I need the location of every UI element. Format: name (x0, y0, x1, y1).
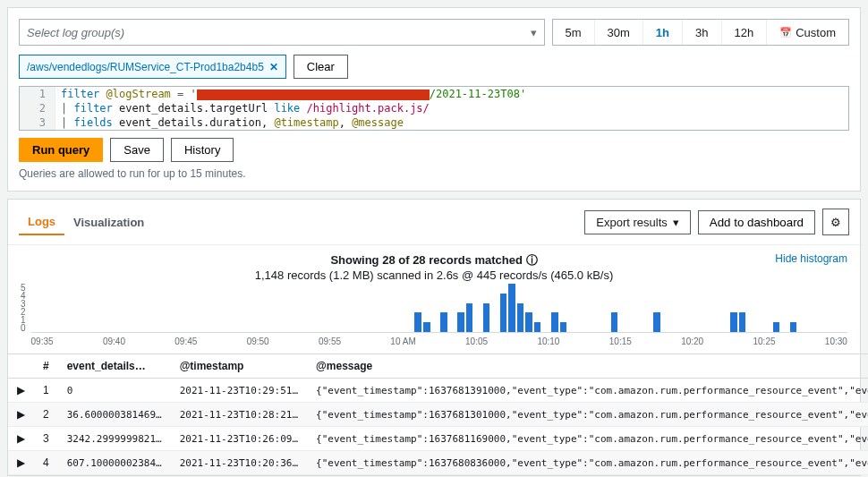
histogram-bar[interactable] (739, 284, 746, 332)
histogram-bar[interactable] (798, 284, 805, 332)
histogram-bar[interactable] (380, 284, 387, 332)
histogram-bar[interactable] (56, 284, 64, 332)
tab-logs[interactable]: Logs (19, 209, 64, 235)
histogram-bar[interactable] (338, 284, 345, 332)
histogram-bar[interactable] (372, 284, 379, 332)
log-group-select[interactable]: Select log group(s) ▾ (19, 19, 545, 46)
time-range-30m[interactable]: 30m (594, 20, 642, 45)
histogram-bar[interactable] (124, 284, 132, 332)
histogram-bar[interactable] (747, 284, 754, 332)
histogram-bar[interactable] (636, 284, 643, 332)
clear-button[interactable]: Clear (294, 55, 348, 79)
histogram-bar[interactable] (150, 284, 157, 332)
save-button[interactable]: Save (110, 138, 164, 162)
histogram-bar[interactable] (65, 284, 72, 332)
histogram-bar[interactable] (670, 284, 677, 332)
histogram-bar[interactable] (329, 284, 336, 332)
info-icon[interactable]: ⓘ (526, 253, 538, 267)
histogram-bar[interactable] (653, 284, 660, 332)
histogram-bar[interactable] (414, 284, 421, 332)
histogram-bar[interactable] (602, 284, 609, 332)
histogram-bar[interactable] (193, 284, 200, 332)
histogram-bar[interactable] (790, 284, 797, 332)
histogram-bar[interactable] (560, 284, 567, 332)
histogram-bar[interactable] (244, 284, 251, 332)
histogram-bar[interactable] (107, 284, 115, 332)
histogram-bar[interactable] (31, 284, 38, 332)
table-row[interactable]: ▶102021-11-23T10:29:51…{"event_timestamp… (8, 379, 868, 403)
histogram-bar[interactable] (133, 284, 140, 332)
histogram-bar[interactable] (756, 284, 763, 332)
histogram-bar[interactable] (508, 284, 515, 332)
histogram-bar[interactable] (278, 284, 285, 332)
time-range-5m[interactable]: 5m (553, 20, 594, 45)
histogram-bar[interactable] (176, 284, 183, 332)
histogram-bar[interactable] (355, 284, 362, 332)
histogram-bar[interactable] (99, 284, 106, 332)
histogram-bar[interactable] (833, 284, 840, 332)
col-number[interactable]: # (34, 354, 58, 379)
histogram-bar[interactable] (440, 284, 447, 332)
histogram-bar[interactable] (815, 284, 822, 332)
histogram-bar[interactable] (321, 284, 328, 332)
histogram-bar[interactable] (210, 284, 217, 332)
histogram-bar[interactable] (662, 284, 669, 332)
histogram-bar[interactable] (773, 284, 780, 332)
histogram-bar[interactable] (269, 284, 277, 332)
expand-row-icon[interactable]: ▶ (17, 432, 25, 445)
histogram-bar[interactable] (807, 284, 814, 332)
histogram-bar[interactable] (295, 284, 302, 332)
histogram-bar[interactable] (457, 284, 464, 332)
histogram-bar[interactable] (466, 284, 473, 332)
histogram-bar[interactable] (525, 284, 532, 332)
histogram-bar[interactable] (619, 284, 626, 332)
close-icon[interactable]: ✕ (269, 61, 278, 73)
histogram-bar[interactable] (841, 284, 848, 332)
histogram-bar[interactable] (432, 284, 439, 332)
histogram-bar[interactable] (312, 284, 319, 332)
histogram-bar[interactable] (687, 284, 694, 332)
histogram-bar[interactable] (705, 284, 712, 332)
query-editor[interactable]: 1filter @logStream = '/2021-11-23T08'2| … (19, 86, 849, 131)
histogram-bar[interactable] (363, 284, 370, 332)
histogram-bar[interactable] (82, 284, 89, 332)
table-row[interactable]: ▶236.600000381469…2021-11-23T10:28:21…{"… (8, 403, 868, 427)
histogram-bar[interactable] (48, 284, 55, 332)
histogram-bar[interactable] (551, 284, 558, 332)
histogram-bar[interactable] (423, 284, 430, 332)
histogram-bar[interactable] (167, 284, 174, 332)
histogram-bar[interactable] (568, 284, 575, 332)
histogram-bar[interactable] (696, 284, 703, 332)
histogram-bar[interactable] (628, 284, 635, 332)
expand-row-icon[interactable]: ▶ (17, 384, 25, 396)
histogram-bar[interactable] (594, 284, 601, 332)
time-range-12h[interactable]: 12h (721, 20, 767, 45)
histogram-bar[interactable] (611, 284, 618, 332)
expand-row-icon[interactable]: ▶ (17, 456, 25, 469)
histogram-bar[interactable] (534, 284, 541, 332)
histogram-bar[interactable] (449, 284, 456, 332)
histogram-bar[interactable] (491, 284, 498, 332)
histogram-bar[interactable] (824, 284, 831, 332)
histogram-bar[interactable] (730, 284, 737, 332)
table-row[interactable]: ▶33242.2999999821…2021-11-23T10:26:09…{"… (8, 427, 868, 451)
histogram-bar[interactable] (500, 284, 507, 332)
expand-row-icon[interactable]: ▶ (17, 408, 25, 421)
histogram-bar[interactable] (483, 284, 490, 332)
histogram-bar[interactable] (218, 284, 226, 332)
histogram-bar[interactable] (116, 284, 123, 332)
hide-histogram-link[interactable]: Hide histogram (775, 252, 847, 265)
histogram-bar[interactable] (764, 284, 771, 332)
histogram-bar[interactable] (227, 284, 234, 332)
histogram-bar[interactable] (781, 284, 788, 332)
histogram-bar[interactable] (517, 284, 524, 332)
histogram-bar[interactable] (141, 284, 149, 332)
histogram-bar[interactable] (90, 284, 98, 332)
histogram-bar[interactable] (235, 284, 243, 332)
histogram-bar[interactable] (39, 284, 47, 332)
export-results-button[interactable]: Export results ▾ (584, 210, 690, 234)
table-row[interactable]: ▶4607.10000002384…2021-11-23T10:20:36…{"… (8, 451, 868, 475)
histogram-bars[interactable] (31, 284, 847, 333)
histogram-bar[interactable] (474, 284, 481, 332)
histogram-bar[interactable] (346, 284, 353, 332)
